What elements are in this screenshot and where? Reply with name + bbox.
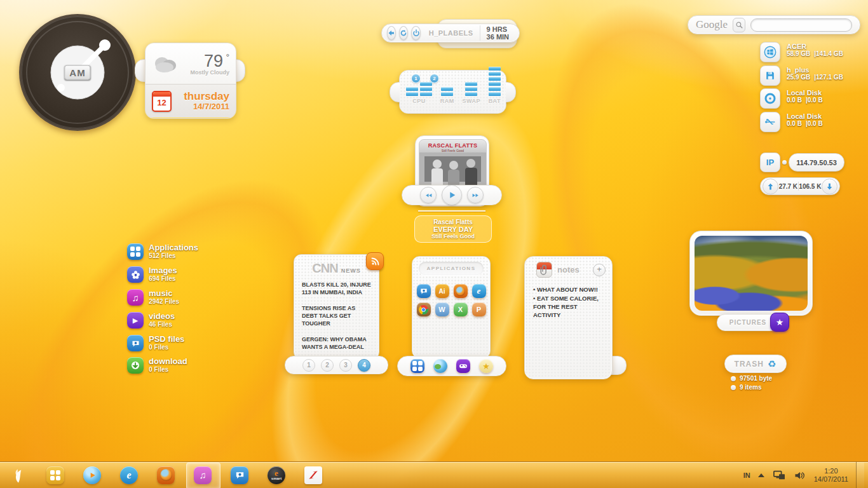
drive-item-hplus[interactable]: h_plus 25.9 GB|127.1 GB [760,65,843,86]
launcher-title-button[interactable]: APPLICATIONS [419,262,484,275]
firefox-app-icon[interactable] [454,284,468,298]
folder-item-psd[interactable]: PSD files 0 Files [127,335,184,351]
trash-button[interactable]: TRASH ♻ [724,355,787,373]
cpu-core1-bar [406,87,418,96]
excel-app-icon[interactable]: X [454,302,468,316]
images-folder-icon [127,266,144,283]
page-button-4-active[interactable]: 4 [358,359,370,372]
page-button-2[interactable]: 2 [321,359,334,372]
swap-meter: SWAP [462,82,480,104]
clock-meridiem-badge: AM [64,65,90,80]
folder-item-videos[interactable]: ▶ videos 46 Files [127,312,175,329]
tray-date: 14/07/2011 [814,475,848,484]
trash-count: 9 items [740,384,761,391]
apps-category-icon[interactable] [410,359,424,373]
calendar-icon: 12 [152,91,172,112]
calendar-day: 12 [153,97,170,109]
search-button[interactable] [733,18,745,32]
start-button[interactable] [9,466,28,485]
taskbar-internet-explorer-button[interactable]: e [119,466,139,485]
add-note-button[interactable]: + [593,264,606,276]
play-button[interactable] [442,185,462,205]
music-folder-icon: ♫ [127,289,144,306]
drive-item-acer[interactable]: ACER 58.9 GB|141.4 GB [760,42,843,62]
internet-category-icon[interactable] [433,359,447,373]
page-button-3[interactable]: 3 [339,359,352,372]
player-progress-bar[interactable] [418,210,485,212]
headline[interactable]: TENSIONS RISE AS DEBT TALKS GET TOUGHER [302,304,371,327]
page-button-1[interactable]: 1 [302,359,315,372]
taskbar-media-player-button[interactable] [83,466,102,485]
back-button[interactable] [387,26,396,40]
psd-folder-icon [127,335,144,351]
favorites-category-icon[interactable]: ★ [479,359,493,373]
track-title: EVERY DAY [416,226,490,233]
cpu-label: CPU [412,98,426,104]
folder-item-download[interactable]: download 0 Files [127,357,187,374]
download-value: 106.5 K [799,183,821,190]
folder-item-applications[interactable]: Applications 512 Files [127,243,198,260]
folder-count: 0 Files [149,366,187,373]
google-logo: Google [696,18,728,31]
album-art-title: RASCAL FLATTS [419,142,486,149]
windows-drive-icon [760,42,780,62]
degree-symbol: ° [226,52,229,62]
power-button[interactable] [411,26,420,40]
taskbar-launcher-button[interactable] [46,466,65,485]
taskbar-firefox-button[interactable] [156,466,175,485]
word-app-icon[interactable]: W [435,302,449,316]
search-input[interactable] [750,18,852,32]
notes-paperclip-icon [536,262,552,278]
swap-label: SWAP [462,98,480,104]
next-track-button[interactable] [467,187,484,203]
taskbar-red-app-button[interactable] [304,466,323,485]
headline[interactable]: GERGEN: WHY OBAMA WANTS A MEGA-DEAL [302,336,371,351]
computer-name: H_PLABELS [429,29,473,37]
taskbar-music-button-active[interactable]: ♫ [193,466,212,485]
battery-bar [489,67,501,96]
taskbar-messenger-button[interactable] [230,466,249,485]
ip-address: 114.79.50.53 [789,153,844,172]
now-playing-info: Rascal Flatts EVERY DAY Still Feels Good [414,215,492,243]
play-icon [447,190,457,200]
trash-size: 97501 byte [740,375,772,382]
tray-clock[interactable]: 1:20 14/07/2011 [814,467,848,484]
battery-meter: BAT [489,67,501,104]
refresh-button[interactable] [399,26,408,40]
illustrator-app-icon[interactable]: Ai [435,284,449,298]
network-tray-icon[interactable] [772,470,786,481]
hidden-icons-arrow[interactable] [758,473,764,477]
network-traffic-widget: 27.7 K 106.5 K [760,177,840,195]
volume-tray-icon[interactable] [794,470,806,481]
games-category-icon[interactable] [456,359,470,373]
show-desktop-button[interactable] [856,462,864,488]
messenger-app-icon[interactable] [417,284,431,298]
floppy-drive-icon [760,65,780,86]
drive-item-disc[interactable]: Local Disk 0.0 B|0.0 B [760,88,823,109]
artist-name: Rascal Flatts [416,219,490,226]
folder-name: PSD files [149,335,184,344]
drive-name: ACER [787,43,843,50]
folder-item-music[interactable]: ♫ music 2942 Files [127,289,179,306]
ip-widget: IP 114.79.50.53 [760,152,844,172]
rss-icon[interactable] [366,252,384,270]
weekday-label: thursday [184,92,229,102]
taskbar-smart-browser-button[interactable]: e smart [267,466,286,485]
internet-explorer-app-icon[interactable]: e [472,284,486,298]
disc-drive-icon [760,88,780,109]
drive-total: |141.4 GB [814,50,843,57]
system-bar-widget: H_PLABELS 9 HRS 36 MIN [381,24,520,43]
landscape-photo[interactable] [695,236,808,311]
folder-count: 46 Files [149,321,175,328]
chrome-app-icon[interactable] [417,302,431,316]
language-indicator[interactable]: IN [743,471,750,479]
powerpoint-app-icon[interactable]: P [472,302,486,316]
upload-arrow-icon [763,179,778,194]
pictures-star-icon[interactable]: ★ [770,313,789,332]
system-tray: IN 1:20 14/07/2011 [743,462,868,488]
folder-item-images[interactable]: Images 694 Files [127,266,177,283]
album-title: Still Feels Good [416,233,490,240]
drive-item-usb[interactable]: Local Disk 0.0 B|0.0 B [760,112,823,132]
headline[interactable]: BLASTS KILL 20, INJURE 113 IN MUMBAI, IN… [302,281,371,296]
previous-track-button[interactable] [420,187,437,203]
